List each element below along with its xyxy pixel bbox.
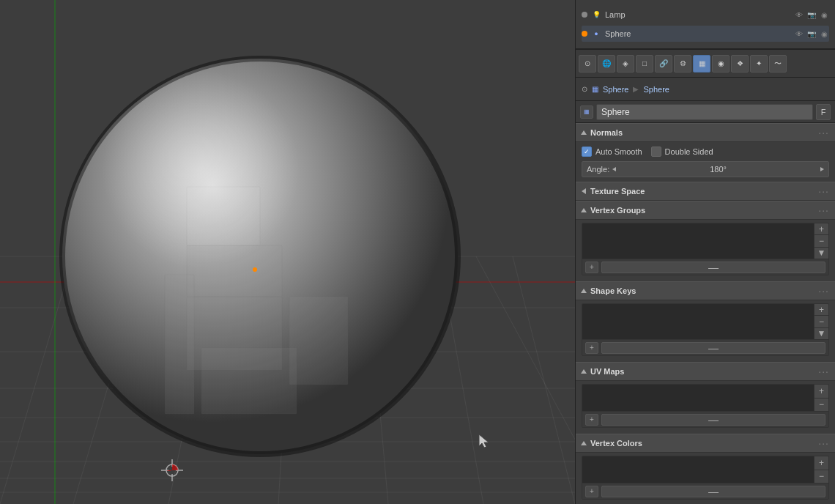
sphere-object[interactable]	[40, 40, 524, 497]
texture-space-section-header[interactable]: Texture Space ···	[576, 182, 835, 201]
normals-triangle	[581, 130, 587, 135]
normals-label: Normals	[590, 128, 818, 137]
toolbar-modifier-icon[interactable]: ⚙	[674, 55, 691, 73]
normals-options-row: Auto Smooth Double Sided	[582, 147, 829, 157]
angle-left-arrow[interactable]	[612, 167, 616, 171]
camera-icon[interactable]: 📷	[806, 10, 817, 20]
vertex-groups-plus-btn[interactable]: +	[585, 262, 598, 273]
double-sided-item[interactable]: Double Sided	[651, 147, 713, 157]
name-row: ▦ F	[576, 101, 835, 123]
vertex-colors-add-btn[interactable]: +	[814, 456, 828, 470]
home-icon[interactable]: ⊙	[582, 85, 587, 93]
vertex-groups-list-outer: + − ▼ + —	[582, 223, 829, 275]
vertex-groups-right-btns: + − ▼	[814, 223, 828, 259]
auto-smooth-item[interactable]: Auto Smooth	[582, 147, 642, 157]
shape-keys-dash-btn[interactable]: —	[601, 342, 825, 354]
eye-icon[interactable]: 👁	[794, 10, 804, 20]
uv-maps-label: UV Maps	[590, 367, 818, 376]
sphere-eye-icon[interactable]: 👁	[794, 29, 804, 39]
toolbar-data-icon[interactable]: ▦	[693, 55, 710, 73]
vertex-groups-bar: + —	[582, 259, 828, 275]
shape-keys-triangle	[581, 289, 587, 293]
sphere-icon: ●	[591, 29, 601, 39]
toolbar-scene-icon[interactable]: 🌐	[598, 55, 615, 73]
uv-maps-dash-btn[interactable]: —	[601, 414, 825, 426]
vertex-groups-special-btn[interactable]: ▼	[814, 248, 828, 259]
outline-row-lamp[interactable]: 💡 Lamp 👁 📷 ◉	[582, 7, 829, 23]
breadcrumb: ⊙ ▦ Sphere ▶ Sphere	[576, 78, 835, 101]
angle-right-arrow[interactable]	[820, 167, 824, 171]
angle-label: Angle:	[587, 165, 609, 174]
uv-maps-add-btn[interactable]: +	[814, 385, 828, 399]
auto-smooth-checkbox[interactable]	[582, 147, 592, 157]
vertex-groups-list-main: + − ▼	[582, 223, 828, 259]
vertex-colors-triangle	[581, 441, 587, 445]
properties-toolbar: ⊙ 🌐 ◈ □ 🔗 ⚙ ▦ ◉ ❖ ✦ 〜	[576, 50, 835, 78]
sphere-camera-icon[interactable]: 📷	[806, 29, 817, 39]
uv-maps-triangle	[581, 369, 587, 374]
toolbar-render-icon[interactable]: ⊙	[579, 55, 596, 73]
toolbar-texture-icon[interactable]: ❖	[731, 55, 749, 73]
normals-content: Auto Smooth Double Sided Angle: 180°	[576, 142, 835, 182]
svg-marker-34	[479, 434, 489, 448]
vertex-colors-plus-btn[interactable]: +	[585, 486, 598, 497]
sphere-svg	[40, 40, 524, 494]
properties-panel: 💡 Lamp 👁 📷 ◉ ● Sphere 👁 📷 ◉ ⊙ 🌐 ◈ □ 🔗	[575, 0, 835, 504]
uv-maps-plus-btn[interactable]: +	[585, 414, 598, 426]
toolbar-particles-icon[interactable]: ✦	[750, 55, 768, 73]
toolbar-material-icon[interactable]: ◉	[712, 55, 730, 73]
shape-keys-content: + − ▼ + —	[576, 300, 835, 362]
vertex-groups-remove-btn[interactable]: −	[814, 235, 828, 247]
uv-maps-content: + − + —	[576, 381, 835, 434]
normals-section-header[interactable]: Normals ···	[576, 123, 835, 142]
mouse-cursor-arrow	[478, 433, 491, 451]
vertex-groups-dash-btn[interactable]: —	[601, 262, 825, 273]
vertex-groups-list-inner	[582, 223, 814, 259]
origin-dot	[253, 267, 257, 272]
toolbar-object-icon[interactable]: □	[636, 55, 653, 73]
vertex-colors-content: + − + —	[576, 453, 835, 504]
fake-user-button[interactable]: F	[816, 104, 831, 120]
vertex-groups-add-btn[interactable]: +	[814, 223, 828, 235]
vertex-groups-content: + − ▼ + —	[576, 220, 835, 281]
uv-maps-remove-btn[interactable]: −	[814, 399, 828, 412]
auto-smooth-label: Auto Smooth	[595, 147, 642, 156]
object-name-input[interactable]	[596, 104, 813, 120]
shape-keys-section-header[interactable]: Shape Keys ···	[576, 281, 835, 300]
shape-keys-add-btn[interactable]: +	[814, 304, 828, 316]
shape-keys-plus-btn[interactable]: +	[585, 342, 598, 354]
render-icon[interactable]: ◉	[819, 10, 829, 20]
viewport[interactable]	[0, 0, 575, 504]
outline-row-sphere[interactable]: ● Sphere 👁 📷 ◉	[582, 26, 829, 42]
panel-scroll-area[interactable]: Normals ··· Auto Smooth Double Sided Ang…	[576, 123, 835, 504]
shape-keys-special-btn[interactable]: ▼	[814, 328, 828, 339]
shape-keys-bar: + —	[582, 339, 828, 355]
bc-sphere-2[interactable]: Sphere	[643, 85, 669, 94]
uv-maps-right-btns: + −	[814, 385, 828, 411]
angle-field[interactable]: Angle: 180°	[582, 161, 829, 177]
double-sided-checkbox[interactable]	[651, 147, 661, 157]
toolbar-constraint-icon[interactable]: 🔗	[655, 55, 672, 73]
uv-maps-section-header[interactable]: UV Maps ···	[576, 362, 835, 381]
vertex-groups-section-header[interactable]: Vertex Groups ···	[576, 201, 835, 220]
bc-sphere-1[interactable]: Sphere	[603, 85, 628, 94]
shape-keys-list-outer: + − ▼ + —	[582, 303, 829, 356]
toolbar-physics-icon[interactable]: 〜	[769, 55, 787, 73]
shape-keys-list-main: + − ▼	[582, 304, 828, 339]
uv-maps-list-main: + −	[582, 385, 828, 411]
mesh-type-indicator: ▦	[580, 105, 593, 119]
vertex-colors-dash-btn[interactable]: —	[601, 486, 825, 497]
vertex-colors-right-btns: + −	[814, 456, 828, 483]
texture-space-triangle	[582, 188, 586, 194]
vertex-groups-triangle	[581, 208, 587, 212]
toolbar-world-icon[interactable]: ◈	[617, 55, 634, 73]
shape-keys-remove-btn[interactable]: −	[814, 316, 828, 327]
sphere-render-icon[interactable]: ◉	[819, 29, 829, 39]
bc-arrow: ▶	[633, 85, 639, 93]
mesh-bc-icon[interactable]: ▦	[592, 85, 598, 93]
vertex-colors-remove-btn[interactable]: −	[814, 470, 828, 483]
3d-cursor[interactable]	[161, 459, 183, 483]
double-sided-label: Double Sided	[665, 147, 713, 156]
vertex-colors-section-header[interactable]: Vertex Colors ···	[576, 434, 835, 453]
vertex-colors-list-outer: + − + —	[582, 456, 829, 500]
